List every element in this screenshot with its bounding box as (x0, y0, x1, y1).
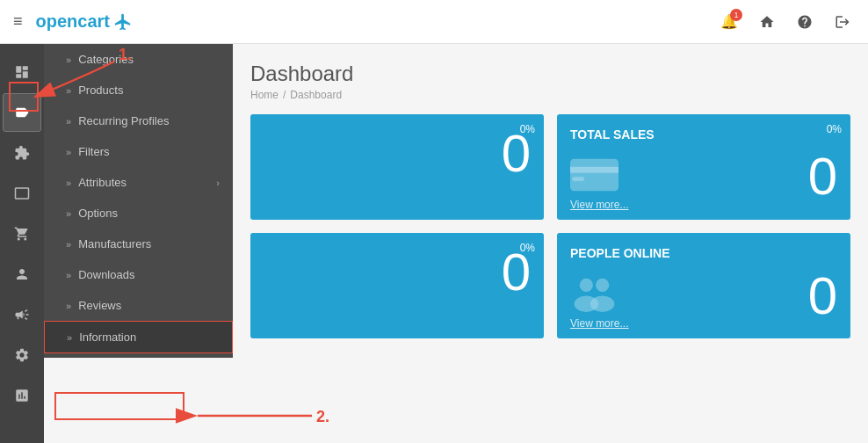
dropdown-item-label: Filters (78, 145, 109, 158)
dropdown-item-options[interactable]: » Options (44, 198, 233, 229)
card-people-online: PEOPLE ONLINE 0 View more... (557, 233, 850, 338)
sidebar-item-catalog[interactable] (3, 93, 41, 132)
sidebar-item-extensions[interactable] (3, 134, 41, 172)
dropdown-item-label: Information (79, 330, 136, 344)
home-button[interactable] (750, 5, 784, 39)
chevron-icon: » (66, 178, 71, 188)
sidebar (0, 44, 44, 443)
dropdown-item-attributes[interactable]: » Attributes › (44, 167, 233, 198)
view-more-link[interactable]: View more... (570, 199, 628, 211)
navbar: ≡ opencart 🔔 1 (0, 0, 868, 44)
card-title: PEOPLE ONLINE (570, 246, 837, 260)
dropdown-item-products[interactable]: » Products (44, 75, 233, 105)
card-value: 0 (264, 127, 531, 180)
catalog-dropdown: » Categories » Products » Recurring Prof… (44, 44, 233, 358)
arrow-right-icon: › (216, 178, 220, 188)
dropdown-item-categories[interactable]: » Categories (44, 44, 233, 75)
sidebar-item-dashboard[interactable] (3, 53, 41, 91)
page-title: Dashboard (250, 62, 850, 86)
chevron-icon: » (66, 54, 71, 65)
dropdown-item-filters[interactable]: » Filters (44, 136, 233, 167)
svg-point-3 (580, 279, 593, 292)
card-percent: 0% (520, 242, 535, 254)
navbar-left: ≡ opencart (9, 8, 133, 35)
card-percent: 0% (520, 123, 535, 135)
chevron-icon: » (66, 239, 71, 250)
svg-point-6 (590, 296, 615, 312)
card-value: 0 (264, 246, 531, 299)
dropdown-item-downloads[interactable]: » Downloads (44, 259, 233, 290)
svg-rect-1 (570, 166, 618, 172)
sidebar-item-customers[interactable] (3, 255, 41, 294)
dropdown-item-reviews[interactable]: » Reviews (44, 290, 233, 321)
card-title: TOTAL SALES (570, 127, 837, 142)
card-total-sales: 0% TOTAL SALES 0 View more... (557, 114, 850, 220)
home-icon (759, 14, 775, 30)
breadcrumb-separator: / (283, 89, 286, 101)
dropdown-item-manufacturers[interactable]: » Manufacturers (44, 229, 233, 259)
sidebar-item-reports[interactable] (3, 376, 41, 415)
notifications-button[interactable]: 🔔 1 (712, 5, 746, 39)
dropdown-item-label: Products (78, 84, 123, 97)
svg-rect-0 (570, 158, 618, 191)
help-button[interactable] (788, 5, 821, 39)
navbar-right: 🔔 1 (712, 5, 859, 39)
dropdown-item-label: Options (78, 207, 118, 220)
dropdown-item-label: Attributes (78, 176, 127, 189)
chevron-icon: » (66, 116, 71, 127)
card-total-customers: 0% 0 (250, 233, 544, 338)
sidebar-item-sales[interactable] (3, 214, 41, 253)
chevron-icon: » (66, 208, 71, 219)
sidebar-item-system[interactable] (3, 336, 41, 374)
card-value: 0 (808, 270, 837, 323)
breadcrumb: Home / Dashboard (250, 89, 850, 101)
card-percent: 0% (827, 123, 842, 135)
help-icon (797, 14, 813, 30)
svg-rect-2 (572, 177, 584, 181)
page-header: Dashboard Home / Dashboard (250, 62, 850, 101)
dropdown-item-label: Downloads (78, 268, 134, 281)
breadcrumb-current: Dashboard (290, 89, 342, 101)
credit-card-icon (570, 156, 618, 202)
chevron-icon: » (66, 301, 71, 311)
card-value: 0 (808, 150, 837, 203)
chevron-icon: » (66, 270, 71, 280)
sidebar-item-marketing[interactable] (3, 295, 41, 334)
chevron-icon: » (67, 332, 72, 343)
notification-badge: 1 (730, 9, 742, 21)
logo-text: opencart (36, 11, 110, 32)
chevron-icon: » (66, 85, 71, 96)
dropdown-item-information[interactable]: » Information (44, 321, 233, 353)
dropdown-item-label: Reviews (78, 299, 121, 312)
sidebar-item-design[interactable] (3, 174, 41, 213)
hamburger-button[interactable]: ≡ (9, 8, 27, 35)
breadcrumb-home[interactable]: Home (250, 89, 278, 101)
main-content: Dashboard Home / Dashboard 0% 0 0% TOTAL… (233, 44, 868, 443)
svg-point-4 (596, 279, 609, 292)
dashboard-cards: 0% 0 0% TOTAL SALES 0 View more... 0% (250, 114, 850, 338)
logout-icon (835, 14, 850, 30)
chevron-icon: » (66, 147, 71, 157)
logo-plane-icon (113, 12, 133, 32)
dropdown-item-label: Recurring Profiles (78, 114, 169, 127)
dropdown-item-label: Categories (78, 53, 134, 66)
people-icon (570, 273, 618, 323)
card-total-orders: 0% 0 (250, 114, 544, 220)
logout-button[interactable] (826, 5, 859, 39)
information-item-highlight (54, 392, 184, 420)
logo: opencart (36, 11, 133, 32)
dropdown-item-label: Manufacturers (78, 237, 151, 251)
dropdown-item-recurring-profiles[interactable]: » Recurring Profiles (44, 105, 233, 136)
view-more-link[interactable]: View more... (570, 317, 628, 330)
